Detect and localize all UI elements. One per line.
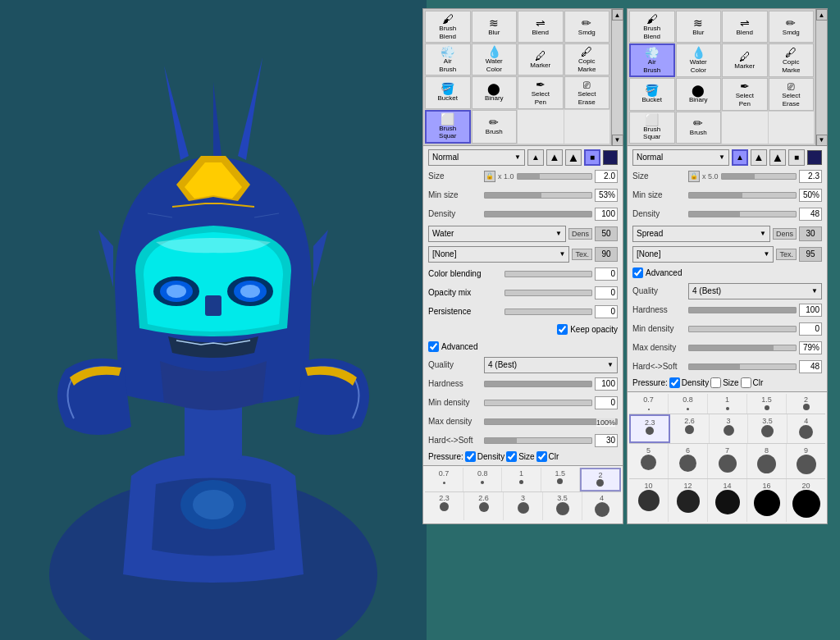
blend-mode-dropdown-left[interactable]: Normal ▼ <box>428 149 525 166</box>
color-box-left[interactable] <box>603 150 618 165</box>
color-box-right[interactable] <box>807 150 822 165</box>
tool-water-color-r[interactable]: 💧 WaterColor <box>676 43 722 77</box>
persistence-slider-left[interactable] <box>504 309 592 315</box>
brush-size-9-right[interactable]: 9 <box>787 444 825 478</box>
none-dropdown-left[interactable]: [None] ▼ <box>428 246 569 263</box>
tool-brush-r[interactable]: ✏ Brush <box>676 112 722 144</box>
brush-size-7-right[interactable]: 7 <box>708 444 747 478</box>
tool-binary[interactable]: ⬤ Binary <box>472 76 518 108</box>
advanced-checkbox-left[interactable] <box>428 341 439 352</box>
size-slider-left[interactable] <box>517 173 592 180</box>
tool-smdg[interactable]: ✏ Smdg <box>564 11 610 43</box>
hard-soft-slider-right[interactable] <box>688 363 797 370</box>
brush-size-35-left[interactable]: 3.5 <box>543 492 582 520</box>
hard-soft-slider-left[interactable] <box>484 437 592 444</box>
min-density-slider-right[interactable] <box>688 326 797 332</box>
brush-size-14-right[interactable]: 14 <box>708 479 747 522</box>
shape-btn-4-right[interactable]: ■ <box>788 149 805 166</box>
advanced-checkbox-right[interactable] <box>632 267 643 278</box>
quality-dropdown-left[interactable]: 4 (Best) ▼ <box>484 357 618 373</box>
keep-opacity-checkbox-left[interactable] <box>557 324 568 335</box>
min-density-value-left[interactable]: 0 <box>595 396 618 409</box>
tool-scrollbar-left[interactable]: ▲ ▼ <box>611 9 623 146</box>
tool-brush-blend[interactable]: 🖌 BrushBlend <box>425 11 471 43</box>
tool-select-eraser-r[interactable]: ⎚ SelectErase <box>769 78 815 110</box>
tool-smdg-r[interactable]: ✏ Smdg <box>769 11 815 43</box>
shape-btn-1-right[interactable]: ▲ <box>732 149 748 166</box>
brush-size-07-right[interactable]: 0.7 <box>629 394 669 414</box>
scroll-down-btn-left[interactable]: ▼ <box>612 135 623 146</box>
tool-blend[interactable]: ⇌ Blend <box>518 11 564 43</box>
pressure-size-checkbox-right[interactable] <box>710 377 721 388</box>
min-size-slider-right[interactable] <box>688 192 797 199</box>
tool-bucket-r[interactable]: 🪣 Bucket <box>629 78 675 110</box>
persistence-value-left[interactable]: 0 <box>595 305 618 318</box>
brush-size-8-right[interactable]: 8 <box>747 444 787 478</box>
density-slider-left[interactable] <box>484 211 592 217</box>
scroll-up-btn-left[interactable]: ▲ <box>612 9 623 21</box>
max-density-slider-left[interactable]: 100% <box>484 418 618 425</box>
min-size-value-right[interactable]: 50% <box>799 189 822 202</box>
tool-select-pen[interactable]: ✒ SelectPen <box>518 76 564 108</box>
size-value-box-right[interactable]: 2.3 <box>799 170 822 183</box>
max-density-slider-right[interactable] <box>688 345 797 351</box>
tool-marker[interactable]: 🖊 Marker <box>518 43 564 75</box>
tool-scrollbar-right[interactable]: ▲ ▼ <box>815 9 827 146</box>
brush-size-16-right[interactable]: 16 <box>747 479 787 522</box>
tex-value-left[interactable]: 90 <box>595 247 618 262</box>
tool-brush-blend-r[interactable]: 🖌 BrushBlend <box>629 11 675 43</box>
min-size-value-left[interactable]: 53% <box>595 189 618 202</box>
shape-btn-3-right[interactable]: ▲ <box>769 149 786 166</box>
pressure-density-checkbox-left[interactable] <box>465 451 476 462</box>
opacity-mix-value-left[interactable]: 0 <box>595 286 618 299</box>
color-blend-slider-left[interactable] <box>504 271 592 277</box>
none-dropdown-right[interactable]: [None] ▼ <box>632 246 774 263</box>
brush-size-15-right[interactable]: 1.5 <box>747 394 787 414</box>
min-size-slider-left[interactable] <box>484 192 592 199</box>
brush-size-4-left[interactable]: 4 <box>582 492 621 520</box>
quality-dropdown-right[interactable]: 4 (Best) ▼ <box>688 283 822 299</box>
density-slider-right[interactable] <box>688 211 797 217</box>
pressure-density-checkbox-right[interactable] <box>669 377 680 388</box>
tex-value-right[interactable]: 95 <box>799 247 822 262</box>
brush-size-07-left[interactable]: 0.7 <box>425 468 463 491</box>
tool-select-pen-r[interactable]: ✒ SelectPen <box>722 78 768 110</box>
pressure-clr-checkbox-right[interactable] <box>741 377 751 388</box>
tool-brush-square-r[interactable]: ⬜ BrushSquar <box>629 112 675 144</box>
lock-btn-right[interactable]: 🔒 <box>688 171 700 182</box>
tool-brush[interactable]: ✏ Brush <box>472 110 518 144</box>
water-dropdown-left[interactable]: Water ▼ <box>428 226 566 242</box>
brush-size-3-left[interactable]: 3 <box>504 492 543 520</box>
scroll-up-btn-right[interactable]: ▲ <box>816 9 828 21</box>
tool-blend-r[interactable]: ⇌ Blend <box>722 11 768 43</box>
brush-size-2-left[interactable]: 2 <box>580 468 621 491</box>
shape-btn-4-left[interactable]: ■ <box>584 149 600 166</box>
size-value-box-left[interactable]: 2.0 <box>595 170 618 183</box>
brush-size-08-right[interactable]: 0.8 <box>669 394 708 414</box>
tool-brush-square[interactable]: ⬜ BrushSquar <box>425 110 471 144</box>
shape-btn-1-left[interactable]: ▲ <box>527 149 544 166</box>
tool-select-eraser[interactable]: ⎚ SelectErase <box>564 76 610 108</box>
color-blend-value-left[interactable]: 0 <box>595 267 618 281</box>
tool-water-color[interactable]: 💧 WaterColor <box>472 43 518 75</box>
shape-btn-2-left[interactable]: ▲ <box>546 149 563 166</box>
hardness-value-right[interactable]: 100 <box>799 304 822 317</box>
brush-size-23-right[interactable]: 2.3 <box>629 414 670 443</box>
density-value-left[interactable]: 100 <box>595 208 618 221</box>
brush-size-3-right[interactable]: 3 <box>710 414 748 443</box>
tool-blur[interactable]: ≋ Blur <box>472 11 518 43</box>
brush-size-6-right[interactable]: 6 <box>669 444 708 478</box>
tool-marker-r[interactable]: 🖊 Marker <box>722 43 768 77</box>
brush-size-15-left[interactable]: 1.5 <box>541 468 580 491</box>
brush-size-4-right[interactable]: 4 <box>788 414 825 443</box>
scroll-down-btn-right[interactable]: ▼ <box>816 135 828 146</box>
blend-mode-dropdown-right[interactable]: Normal ▼ <box>632 149 729 166</box>
tool-blur-r[interactable]: ≋ Blur <box>676 11 722 43</box>
tool-copic-r[interactable]: 🖋 CopicMarke <box>769 43 815 77</box>
brush-size-20-right[interactable]: 20 <box>787 479 825 522</box>
size-slider-right[interactable] <box>721 173 797 180</box>
brush-size-08-left[interactable]: 0.8 <box>463 468 502 491</box>
brush-size-2-right[interactable]: 2 <box>787 394 825 414</box>
tool-air-brush[interactable]: 💨 AirBrush <box>425 43 471 75</box>
opacity-mix-slider-left[interactable] <box>504 290 592 296</box>
